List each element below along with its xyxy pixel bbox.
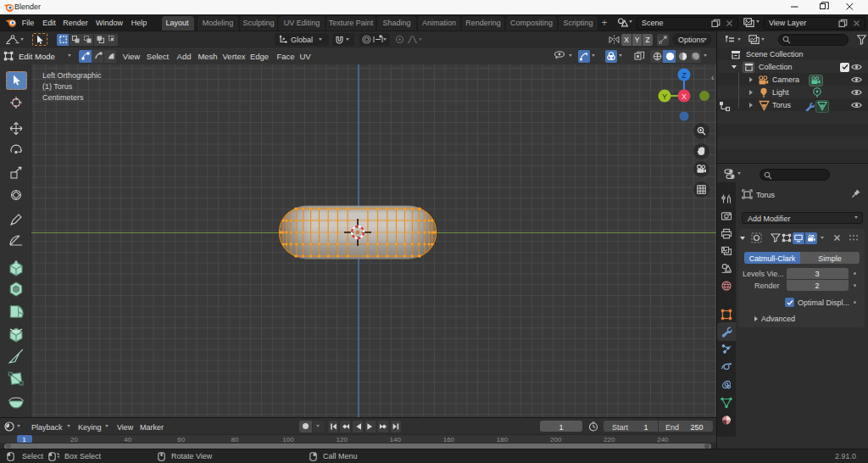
svg-text:X: X [682,92,687,101]
svg-text:Z: Z [682,71,687,80]
svg-text:Y: Y [662,92,667,101]
